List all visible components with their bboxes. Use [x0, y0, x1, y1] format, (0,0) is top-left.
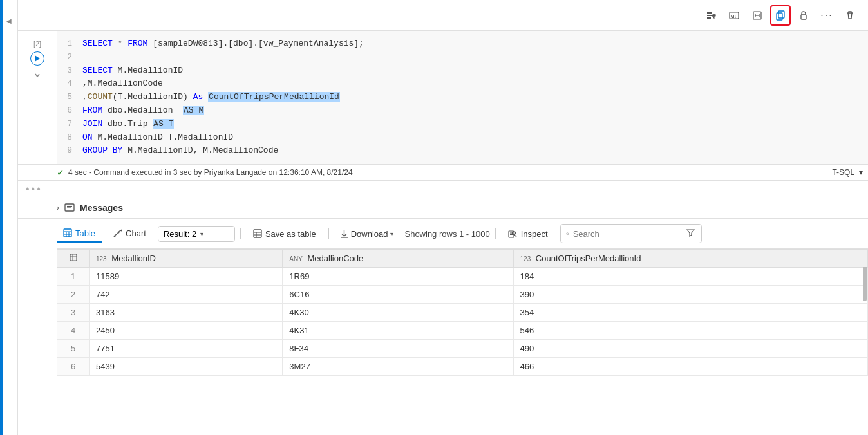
svg-rect-10 [778, 11, 784, 18]
toolbar-row: M↓ ··· [18, 0, 868, 31]
check-icon: ✓ [57, 167, 64, 178]
cell-medallioncode: 1R69 [283, 268, 513, 286]
svg-rect-2 [707, 17, 711, 19]
filter-button[interactable] [685, 227, 696, 240]
code-line-9: 9 GROUP BY M.MedallionID, M.MedallionCod… [62, 144, 863, 158]
download-chevron: ▾ [390, 230, 393, 237]
tab-chart[interactable]: Chart [107, 225, 153, 243]
svg-rect-11 [777, 13, 782, 20]
markdown-button[interactable]: M↓ [724, 5, 744, 26]
table-row: 2 742 6C16 390 [57, 286, 868, 304]
lock-button[interactable] [793, 5, 814, 26]
svg-rect-12 [801, 15, 806, 19]
code-line-8: 8 ON M.MedallionID=T.MedallionID [62, 131, 863, 145]
scroll-thumb[interactable] [863, 263, 867, 301]
cell-medallioncode: 8F34 [283, 340, 513, 358]
col-type-3: 123 [520, 255, 531, 263]
table-body: 1 11589 1R69 184 2 742 6C16 390 3 3163 4… [57, 268, 868, 376]
scrollbar[interactable]: ▲ [862, 249, 868, 435]
collapse-button[interactable] [32, 69, 43, 81]
cell-count: 546 [513, 322, 867, 340]
search-box [560, 224, 702, 243]
col-type-1: 123 [96, 255, 107, 263]
data-table-wrap: 123 MedallionID ANY MedallionCode 123 Co… [57, 249, 868, 435]
cell-medallionid: 11589 [90, 268, 283, 286]
download-label: Download [351, 229, 388, 239]
sidebar-blue-bar [0, 0, 3, 435]
svg-point-34 [566, 232, 568, 234]
divider-2 [328, 228, 329, 239]
sidebar: ◀ [0, 0, 18, 435]
run-button[interactable] [30, 51, 44, 66]
three-dots-icon: ··· [820, 10, 833, 21]
search-input[interactable] [573, 229, 681, 239]
svg-rect-0 [707, 12, 712, 14]
delete-button[interactable] [840, 5, 860, 26]
col-header-medallioncode: ANY MedallionCode [283, 250, 513, 268]
result-select[interactable]: Result: 2 ▾ [158, 226, 235, 242]
format-button[interactable] [701, 5, 721, 26]
sidebar-collapse-arrow: ◀ [4, 15, 14, 26]
code-editor[interactable]: 1 SELECT * FROM [sampleDW0813].[dbo].[vw… [57, 31, 868, 164]
inspect-icon [508, 229, 518, 239]
messages-label: Messages [80, 203, 123, 213]
row-index: 4 [57, 322, 90, 340]
cell-count: 184 [513, 268, 867, 286]
table-header-row: 123 MedallionID ANY MedallionCode 123 Co… [57, 250, 868, 268]
chart-tab-label: Chart [126, 228, 146, 238]
col-header-index [57, 250, 90, 268]
search-icon [566, 230, 569, 238]
table-tab-label: Table [75, 228, 95, 238]
svg-point-22 [114, 236, 116, 237]
save-as-table-button[interactable]: Save as table [246, 225, 323, 243]
results-area: Table Chart Result: 2 ▾ [18, 219, 868, 435]
svg-rect-36 [70, 254, 77, 261]
code-line-1: 1 SELECT * FROM [sampleDW0813].[dbo].[vw… [62, 37, 863, 51]
messages-icon [64, 203, 75, 213]
filter-icon [686, 228, 695, 237]
messages-section: › Messages [18, 198, 868, 219]
status-left: ✓ 4 sec - Command executed in 3 sec by P… [57, 167, 353, 178]
trash-icon [845, 10, 855, 21]
markdown-icon: M↓ [729, 10, 739, 21]
svg-marker-13 [35, 55, 40, 62]
code-line-5: 5 ,COUNT(T.MedallionID) As CountOfTripsP… [62, 91, 863, 104]
copy-button[interactable] [770, 5, 791, 26]
row-index: 5 [57, 340, 90, 358]
row-index: 6 [57, 358, 90, 376]
row-index: 2 [57, 286, 90, 304]
tab-table[interactable]: Table [57, 225, 102, 243]
cell-medallioncode: 6C16 [283, 286, 513, 304]
lock-icon [798, 10, 809, 21]
messages-chevron[interactable]: › [57, 203, 59, 212]
row-index: 1 [57, 268, 90, 286]
cell-medallioncode: 3M27 [283, 358, 513, 376]
cell-medallionid: 5439 [90, 358, 283, 376]
svg-text:M↓: M↓ [731, 14, 737, 18]
data-table: 123 MedallionID ANY MedallionCode 123 Co… [57, 249, 868, 376]
copy-icon [775, 10, 786, 21]
svg-rect-25 [254, 230, 261, 237]
table-icon [63, 228, 72, 237]
download-button[interactable]: Download ▾ [334, 225, 400, 243]
parameter-button[interactable] [747, 5, 768, 26]
code-line-3: 3 SELECT M.MedallionID [62, 64, 863, 78]
more-button[interactable]: ··· [816, 5, 837, 26]
inspect-button[interactable]: Inspect [501, 225, 555, 243]
cell-separator: ••• [18, 181, 868, 198]
cell-dots[interactable]: ••• [26, 183, 42, 195]
svg-point-23 [118, 232, 120, 234]
svg-point-24 [121, 230, 123, 232]
status-message: 4 sec - Command executed in 3 sec by Pri… [68, 168, 353, 177]
language-label: T-SQL ▾ [832, 168, 863, 177]
table-row: 4 2450 4K31 546 [57, 322, 868, 340]
cell-medallionid: 3163 [90, 304, 283, 322]
table-row: 6 5439 3M27 466 [57, 358, 868, 376]
divider-3 [495, 228, 496, 239]
col-header-medallionid: 123 MedallionID [90, 250, 283, 268]
cell-count: 354 [513, 304, 867, 322]
grid-icon [70, 254, 77, 261]
col-header-count: 123 CountOfTripsPerMedallionId [513, 250, 867, 268]
cell-medallionid: 2450 [90, 322, 283, 340]
inspect-label: Inspect [521, 229, 548, 239]
